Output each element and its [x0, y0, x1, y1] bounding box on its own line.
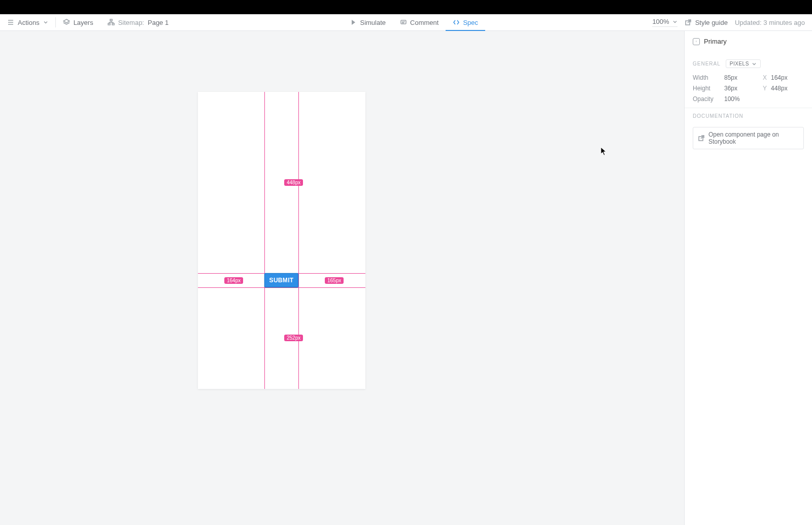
chevron-down-icon: [752, 61, 757, 67]
guide-horizontal-bottom: [198, 287, 365, 288]
zoom-dropdown[interactable]: 100%: [652, 18, 677, 27]
svg-rect-6: [112, 23, 114, 25]
toolbar-left-group: Actions Layers Sitemap: Page 1: [0, 14, 176, 30]
svg-rect-4: [110, 19, 112, 21]
layers-label: Layers: [74, 19, 93, 26]
window-titlebar: [0, 0, 812, 14]
layers-icon: [63, 19, 70, 26]
cursor-icon: [600, 147, 606, 156]
actions-menu[interactable]: Actions: [0, 14, 55, 30]
sitemap-button[interactable]: Sitemap: Page 1: [100, 14, 176, 30]
svg-marker-11: [352, 20, 355, 25]
width-label: Width: [693, 74, 721, 81]
section-general-label: GENERAL: [693, 61, 721, 67]
measure-bottom: 252px: [284, 335, 303, 341]
tab-simulate[interactable]: Simulate: [343, 14, 393, 30]
chevron-down-icon: [43, 20, 48, 25]
inspector-title-row: ▫ Primary: [685, 31, 812, 50]
measure-left: 164px: [224, 277, 243, 284]
spec-icon: [453, 19, 460, 26]
tab-spec-label: Spec: [463, 19, 478, 26]
sitemap-label: Sitemap:: [118, 19, 144, 26]
svg-line-18: [701, 136, 704, 139]
tab-comment[interactable]: Comment: [393, 14, 446, 30]
workspace: 448px 164px 165px 252px SUBMIT ▫ Primary…: [0, 31, 812, 525]
sitemap-icon: [108, 19, 115, 26]
units-label: PIXELS: [730, 61, 749, 67]
width-value: 85px: [724, 74, 755, 81]
height-value: 36px: [724, 85, 755, 92]
y-label: Y: [758, 85, 768, 92]
opacity-label: Opacity: [693, 95, 721, 103]
inspector-panel: ▫ Primary GENERAL PIXELS Width 85px X 16…: [684, 31, 812, 525]
submit-button[interactable]: SUBMIT: [264, 273, 298, 287]
external-link-icon: [698, 135, 705, 142]
height-label: Height: [693, 85, 721, 92]
style-guide-label: Style guide: [695, 19, 728, 26]
y-value: 448px: [771, 85, 804, 92]
updated-timestamp: Updated: 3 minutes ago: [735, 19, 805, 26]
guide-vertical-left: [264, 92, 265, 389]
canvas-area[interactable]: 448px 164px 165px 252px SUBMIT: [0, 31, 684, 525]
svg-line-16: [688, 20, 691, 23]
open-storybook-button[interactable]: Open component page on Storybook: [693, 127, 804, 149]
tab-simulate-label: Simulate: [360, 19, 386, 26]
inspector-element-name: Primary: [704, 38, 727, 45]
open-storybook-label: Open component page on Storybook: [708, 131, 799, 145]
style-guide-button[interactable]: Style guide: [685, 14, 728, 30]
play-icon: [350, 19, 357, 26]
app-toolbar: Actions Layers Sitemap: Page 1 Simulate: [0, 14, 812, 31]
section-general: GENERAL PIXELS: [685, 50, 812, 72]
actions-label: Actions: [18, 19, 40, 26]
opacity-value: 100%: [724, 95, 755, 103]
spec-dimensions: Width 85px X 164px Height 36px Y 448px O…: [685, 72, 812, 108]
svg-rect-5: [108, 23, 110, 25]
x-label: X: [758, 74, 768, 81]
sitemap-page-name: Page 1: [148, 19, 168, 26]
menu-icon: [7, 19, 14, 26]
section-documentation: DOCUMENTATION: [685, 108, 812, 123]
layers-button[interactable]: Layers: [56, 14, 100, 30]
comment-icon: [400, 19, 407, 26]
section-documentation-label: DOCUMENTATION: [693, 113, 743, 119]
chevron-down-icon: [672, 19, 678, 24]
external-link-icon: [685, 19, 692, 26]
tab-comment-label: Comment: [410, 19, 438, 26]
units-dropdown[interactable]: PIXELS: [726, 59, 761, 68]
guide-vertical-right: [298, 92, 299, 389]
component-badge-icon: ▫: [693, 38, 700, 45]
toolbar-center-tabs: Simulate Comment Spec: [176, 14, 652, 30]
zoom-value: 100%: [652, 18, 669, 25]
measure-top: 448px: [284, 179, 303, 186]
x-value: 164px: [771, 74, 804, 81]
svg-marker-3: [63, 19, 70, 23]
measure-right: 165px: [325, 277, 344, 284]
tab-spec[interactable]: Spec: [446, 14, 485, 30]
artboard[interactable]: 448px 164px 165px 252px SUBMIT: [198, 92, 365, 389]
toolbar-right-group: 100% Style guide Updated: 3 minutes ago: [652, 14, 812, 30]
